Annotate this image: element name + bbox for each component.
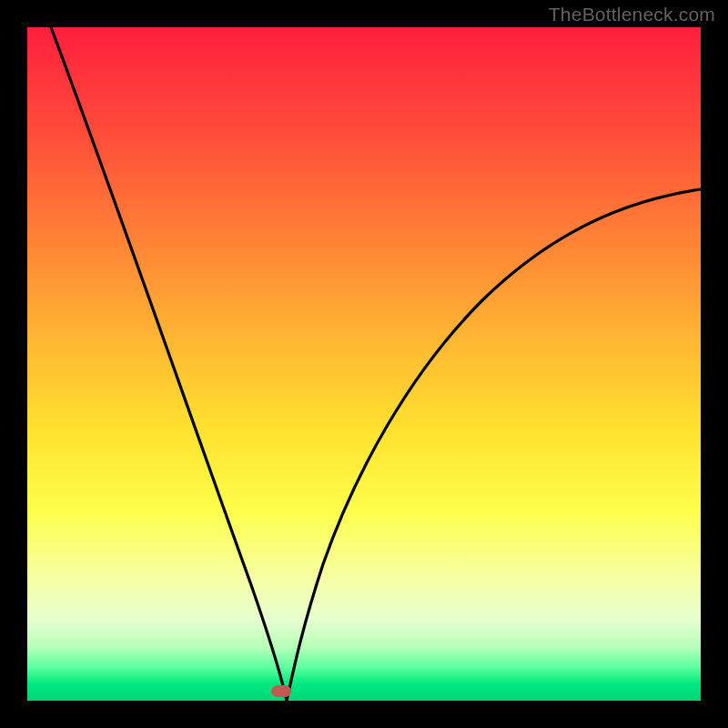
curve-svg	[27, 27, 701, 701]
bottleneck-curve-right	[287, 189, 701, 701]
bottleneck-curve-left	[51, 27, 287, 701]
minimum-marker	[271, 685, 291, 697]
plot-area	[27, 27, 701, 701]
watermark-text: TheBottleneck.com	[549, 4, 715, 25]
chart-frame: TheBottleneck.com	[0, 0, 728, 728]
